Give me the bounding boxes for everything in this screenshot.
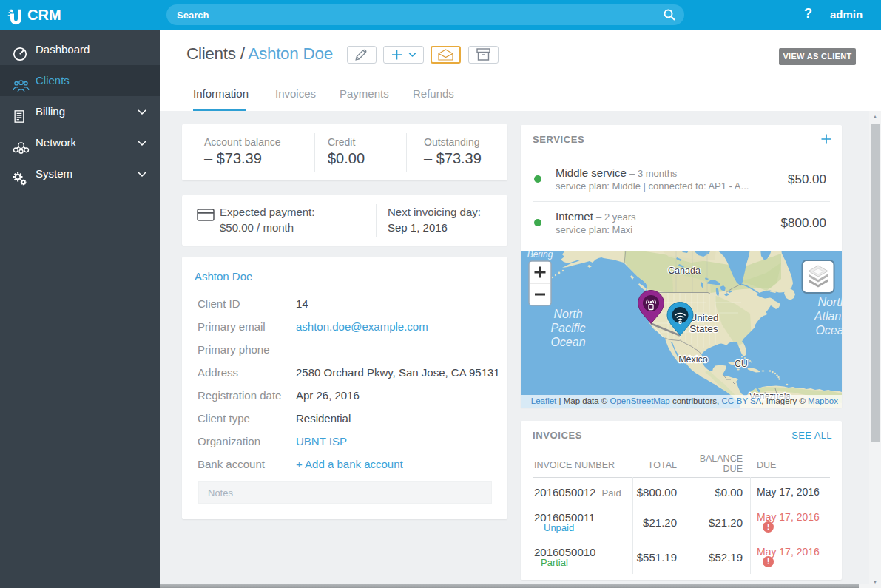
svg-text:States: States	[689, 323, 718, 334]
svg-text:United: United	[689, 312, 718, 323]
svg-text:CU: CU	[735, 359, 747, 369]
svg-text:Ocean: Ocean	[550, 336, 585, 348]
svg-text:Ocean: Ocean	[815, 324, 842, 337]
svg-text:North: North	[817, 296, 842, 308]
svg-text:Pacific: Pacific	[550, 322, 585, 334]
svg-text:Canada: Canada	[668, 266, 701, 276]
svg-text:North: North	[553, 308, 582, 320]
svg-text:Leaflet | Map data © OpenStree: Leaflet | Map data © OpenStreetMap contr…	[531, 396, 838, 405]
svg-text:México: México	[678, 354, 708, 365]
svg-text:Atlantic: Atlantic	[814, 310, 842, 322]
svg-text:Bering: Bering	[527, 251, 553, 260]
